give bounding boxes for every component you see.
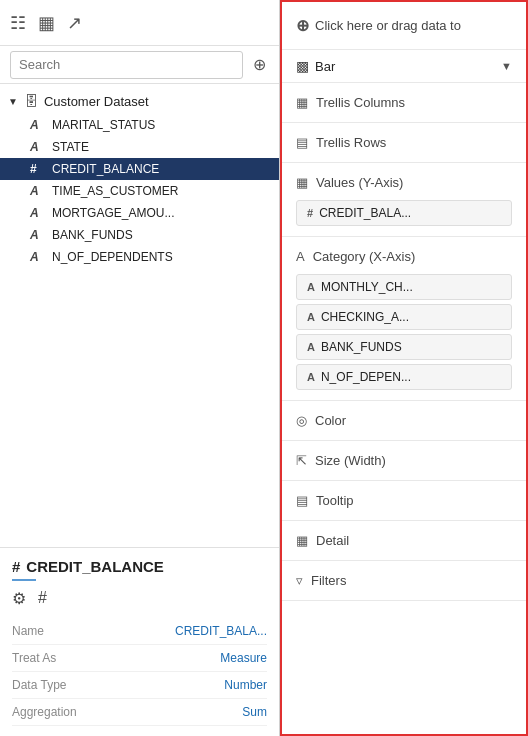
field-item-state[interactable]: A STATE: [0, 136, 279, 158]
type-text-icon: A: [30, 140, 44, 154]
field-item-n-of-dependents[interactable]: A N_OF_DEPENDENTS: [0, 246, 279, 268]
drop-zone-header[interactable]: ⊕ Click here or drag data to: [282, 2, 526, 50]
detail-icon: ▦: [296, 533, 308, 548]
field-name: BANK_FUNDS: [52, 228, 133, 242]
database-icon[interactable]: ☷: [10, 12, 26, 34]
color-icon: ◎: [296, 413, 307, 428]
detail-header: ▦ Detail: [296, 527, 512, 554]
prop-row-data-type: Data Type Number: [12, 672, 267, 699]
field-list: ▼ 🗄 Customer Dataset A MARITAL_STATUS A …: [0, 84, 279, 547]
chip-text: N_OF_DEPEN...: [321, 370, 411, 384]
prop-title: # CREDIT_BALANCE: [12, 558, 267, 575]
prop-value-name: CREDIT_BALA...: [175, 624, 267, 638]
field-name: MARITAL_STATUS: [52, 118, 155, 132]
section-size: ⇱ Size (Width): [282, 441, 526, 481]
category-chip-monthly[interactable]: A MONTHLY_CH...: [296, 274, 512, 300]
size-icon: ⇱: [296, 453, 307, 468]
chip-text-icon: A: [307, 281, 315, 293]
type-text-icon: A: [30, 184, 44, 198]
dataset-header[interactable]: ▼ 🗄 Customer Dataset: [0, 88, 279, 114]
chip-text: MONTHLY_CH...: [321, 280, 413, 294]
field-item-time-as-customer[interactable]: A TIME_AS_CUSTOMER: [0, 180, 279, 202]
type-text-icon: A: [30, 206, 44, 220]
hash-prop-icon[interactable]: #: [38, 589, 47, 608]
trellis-columns-icon: ▦: [296, 95, 308, 110]
settings-icon[interactable]: ⚙: [12, 589, 26, 608]
field-name: STATE: [52, 140, 89, 154]
tooltip-icon: ▤: [296, 493, 308, 508]
dataset-name: Customer Dataset: [44, 94, 149, 109]
size-label: Size (Width): [315, 453, 386, 468]
field-item-credit-balance[interactable]: # CREDIT_BALANCE: [0, 158, 279, 180]
section-trellis-columns: ▦ Trellis Columns: [282, 83, 526, 123]
search-bar: ⊕: [0, 46, 279, 84]
chip-text-icon: A: [307, 341, 315, 353]
color-label: Color: [315, 413, 346, 428]
filters-header: ▿ Filters: [296, 567, 512, 594]
section-detail: ▦ Detail: [282, 521, 526, 561]
hash-icon: #: [12, 558, 20, 575]
chip-text-icon: A: [307, 371, 315, 383]
category-header: A Category (X-Axis): [296, 243, 512, 270]
trellis-rows-header: ▤ Trellis Rows: [296, 129, 512, 156]
values-header: ▦ Values (Y-Axis): [296, 169, 512, 196]
category-chip-checking[interactable]: A CHECKING_A...: [296, 304, 512, 330]
type-number-icon: #: [30, 162, 44, 176]
prop-icons: ⚙ #: [12, 589, 267, 608]
values-chip-credit-balance[interactable]: # CREDIT_BALA...: [296, 200, 512, 226]
prop-value-treat-as: Measure: [220, 651, 267, 665]
filters-icon: ▿: [296, 573, 303, 588]
trend-icon[interactable]: ↗: [67, 12, 82, 34]
field-item-bank-funds[interactable]: A BANK_FUNDS: [0, 224, 279, 246]
values-label: Values (Y-Axis): [316, 175, 403, 190]
category-chip-bank-funds[interactable]: A BANK_FUNDS: [296, 334, 512, 360]
type-text-icon: A: [30, 250, 44, 264]
field-item-mortgage[interactable]: A MORTGAGE_AMOU...: [0, 202, 279, 224]
chart-type-label: Bar: [315, 59, 495, 74]
search-input[interactable]: [10, 51, 243, 79]
trellis-columns-header: ▦ Trellis Columns: [296, 89, 512, 116]
prop-field-name: CREDIT_BALANCE: [26, 558, 164, 575]
search-add-button[interactable]: ⊕: [249, 55, 269, 75]
prop-label-treat-as: Treat As: [12, 651, 56, 665]
trellis-rows-icon: ▤: [296, 135, 308, 150]
collapse-arrow-icon: ▼: [8, 96, 18, 107]
field-item-marital-status[interactable]: A MARITAL_STATUS: [0, 114, 279, 136]
right-panel: ⊕ Click here or drag data to ▩ Bar ▼ ▦ T…: [280, 0, 528, 736]
dropdown-arrow-icon: ▼: [501, 60, 512, 72]
plus-icon: ⊕: [296, 16, 309, 35]
prop-row-treat-as: Treat As Measure: [12, 645, 267, 672]
section-category: A Category (X-Axis) A MONTHLY_CH... A CH…: [282, 237, 526, 401]
trellis-rows-label: Trellis Rows: [316, 135, 386, 150]
prop-label-name: Name: [12, 624, 44, 638]
bar-chart-icon: ▩: [296, 58, 309, 74]
properties-panel: # CREDIT_BALANCE ⚙ # Name CREDIT_BALA...…: [0, 547, 279, 736]
section-color: ◎ Color: [282, 401, 526, 441]
chip-text-icon: A: [307, 311, 315, 323]
chip-text: CREDIT_BALA...: [319, 206, 411, 220]
left-panel: ☷ ▦ ↗ ⊕ ▼ 🗄 Customer Dataset A MARITAL_S…: [0, 0, 280, 736]
trellis-columns-label: Trellis Columns: [316, 95, 405, 110]
section-tooltip: ▤ Tooltip: [282, 481, 526, 521]
category-chip-n-of-depen[interactable]: A N_OF_DEPEN...: [296, 364, 512, 390]
field-name: N_OF_DEPENDENTS: [52, 250, 173, 264]
prop-row-aggregation: Aggregation Sum: [12, 699, 267, 726]
section-filters: ▿ Filters: [282, 561, 526, 601]
chip-hash-icon: #: [307, 207, 313, 219]
color-header: ◎ Color: [296, 407, 512, 434]
tooltip-label: Tooltip: [316, 493, 354, 508]
prop-value-data-type: Number: [224, 678, 267, 692]
chart-type-selector[interactable]: ▩ Bar ▼: [282, 50, 526, 83]
section-trellis-rows: ▤ Trellis Rows: [282, 123, 526, 163]
prop-divider: [12, 579, 36, 581]
tooltip-header: ▤ Tooltip: [296, 487, 512, 514]
prop-label-aggregation: Aggregation: [12, 705, 77, 719]
type-text-icon: A: [30, 228, 44, 242]
section-values: ▦ Values (Y-Axis) # CREDIT_BALA...: [282, 163, 526, 237]
dataset-icon: 🗄: [24, 93, 38, 109]
category-icon: A: [296, 249, 305, 264]
detail-label: Detail: [316, 533, 349, 548]
chart-icon[interactable]: ▦: [38, 12, 55, 34]
top-toolbar: ☷ ▦ ↗: [0, 0, 279, 46]
drop-hint-text: Click here or drag data to: [315, 18, 461, 33]
